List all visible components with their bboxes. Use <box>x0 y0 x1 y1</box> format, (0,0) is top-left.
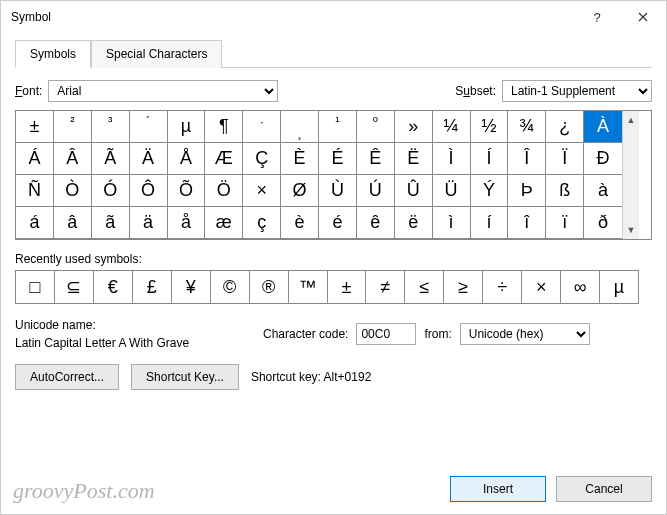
grid-scrollbar[interactable]: ▲ ▼ <box>622 111 639 239</box>
char-cell[interactable]: Ë <box>395 143 433 175</box>
symbol-dialog: Symbol ? Symbols Special Characters Font… <box>0 0 667 515</box>
char-cell[interactable]: à <box>584 175 622 207</box>
char-cell[interactable]: ¹ <box>319 111 357 143</box>
char-cell[interactable]: Ò <box>54 175 92 207</box>
recent-symbols-grid[interactable]: □⊆€£¥©®™±≠≤≥÷×∞µ <box>15 270 639 304</box>
char-cell[interactable]: é <box>319 207 357 239</box>
charcode-input[interactable] <box>356 323 416 345</box>
char-cell[interactable]: É <box>319 143 357 175</box>
recent-cell[interactable]: ÷ <box>483 271 522 303</box>
recent-cell[interactable]: £ <box>133 271 172 303</box>
char-cell[interactable]: ± <box>16 111 54 143</box>
char-cell[interactable]: ß <box>546 175 584 207</box>
char-cell[interactable]: À <box>584 111 622 143</box>
char-cell[interactable]: Ý <box>471 175 509 207</box>
recent-cell[interactable]: □ <box>16 271 55 303</box>
char-cell[interactable]: Â <box>54 143 92 175</box>
char-cell[interactable]: Ê <box>357 143 395 175</box>
char-cell[interactable]: » <box>395 111 433 143</box>
char-cell[interactable]: Î <box>508 143 546 175</box>
recent-cell[interactable]: × <box>522 271 561 303</box>
char-cell[interactable]: ç <box>243 207 281 239</box>
char-cell[interactable]: æ <box>205 207 243 239</box>
tab-special-characters[interactable]: Special Characters <box>91 40 222 68</box>
char-cell[interactable]: ð <box>584 207 622 239</box>
close-button[interactable] <box>620 2 666 32</box>
char-cell[interactable]: ¾ <box>508 111 546 143</box>
char-cell[interactable]: Ä <box>130 143 168 175</box>
char-cell[interactable]: ´ <box>130 111 168 143</box>
scroll-track[interactable] <box>623 129 639 221</box>
char-cell[interactable]: Ü <box>433 175 471 207</box>
char-cell[interactable]: ã <box>92 207 130 239</box>
recent-cell[interactable]: µ <box>600 271 638 303</box>
char-cell[interactable]: â <box>54 207 92 239</box>
char-cell[interactable]: Æ <box>205 143 243 175</box>
char-cell[interactable]: ¸ <box>281 111 319 143</box>
scroll-down-icon[interactable]: ▼ <box>623 221 639 239</box>
char-cell[interactable]: ï <box>546 207 584 239</box>
char-cell[interactable]: Ï <box>546 143 584 175</box>
char-cell[interactable]: Å <box>168 143 206 175</box>
char-cell[interactable]: È <box>281 143 319 175</box>
char-cell[interactable]: Í <box>471 143 509 175</box>
char-cell[interactable]: µ <box>168 111 206 143</box>
char-cell[interactable]: Ù <box>319 175 357 207</box>
char-cell[interactable]: Û <box>395 175 433 207</box>
char-cell[interactable]: á <box>16 207 54 239</box>
char-cell[interactable]: ä <box>130 207 168 239</box>
insert-button[interactable]: Insert <box>450 476 546 502</box>
char-cell[interactable]: Ú <box>357 175 395 207</box>
recent-cell[interactable]: ≤ <box>405 271 444 303</box>
char-cell[interactable]: Ã <box>92 143 130 175</box>
recent-cell[interactable]: © <box>211 271 250 303</box>
recent-cell[interactable]: ¥ <box>172 271 211 303</box>
scroll-up-icon[interactable]: ▲ <box>623 111 639 129</box>
recent-cell[interactable]: ≠ <box>366 271 405 303</box>
recent-cell[interactable]: ± <box>328 271 367 303</box>
char-cell[interactable]: ¿ <box>546 111 584 143</box>
char-cell[interactable]: Á <box>16 143 54 175</box>
char-cell[interactable]: Þ <box>508 175 546 207</box>
char-cell[interactable]: ì <box>433 207 471 239</box>
char-cell[interactable]: Ô <box>130 175 168 207</box>
char-cell[interactable]: î <box>508 207 546 239</box>
char-cell[interactable]: Ð <box>584 143 622 175</box>
char-cell[interactable]: Ç <box>243 143 281 175</box>
char-cell[interactable]: ¶ <box>205 111 243 143</box>
char-cell[interactable]: Ó <box>92 175 130 207</box>
char-cell[interactable]: Õ <box>168 175 206 207</box>
character-grid[interactable]: ±²³´µ¶·¸¹º»¼½¾¿ÀÁÂÃÄÅÆÇÈÉÊËÌÍÎÏÐÑÒÓÔÕÖ×Ø… <box>16 111 622 239</box>
shortcut-key-button[interactable]: Shortcut Key... <box>131 364 239 390</box>
char-cell[interactable]: × <box>243 175 281 207</box>
char-cell[interactable]: ² <box>54 111 92 143</box>
char-cell[interactable]: ¼ <box>433 111 471 143</box>
recent-cell[interactable]: ™ <box>289 271 328 303</box>
char-cell[interactable]: å <box>168 207 206 239</box>
char-cell[interactable]: è <box>281 207 319 239</box>
char-cell[interactable]: · <box>243 111 281 143</box>
char-cell[interactable]: Ö <box>205 175 243 207</box>
subset-select[interactable]: Latin-1 Supplement <box>502 80 652 102</box>
autocorrect-button[interactable]: AutoCorrect... <box>15 364 119 390</box>
font-select[interactable]: Arial <box>48 80 278 102</box>
tab-symbols-label: Symbols <box>30 47 76 61</box>
char-cell[interactable]: ½ <box>471 111 509 143</box>
char-cell[interactable]: í <box>471 207 509 239</box>
char-cell[interactable]: Ñ <box>16 175 54 207</box>
recent-cell[interactable]: ∞ <box>561 271 600 303</box>
tab-symbols[interactable]: Symbols <box>15 40 91 68</box>
recent-cell[interactable]: € <box>94 271 133 303</box>
char-cell[interactable]: Ì <box>433 143 471 175</box>
char-cell[interactable]: º <box>357 111 395 143</box>
help-button[interactable]: ? <box>574 2 620 32</box>
char-cell[interactable]: ³ <box>92 111 130 143</box>
recent-cell[interactable]: ® <box>250 271 289 303</box>
char-cell[interactable]: ë <box>395 207 433 239</box>
char-cell[interactable]: ê <box>357 207 395 239</box>
recent-cell[interactable]: ≥ <box>444 271 483 303</box>
recent-cell[interactable]: ⊆ <box>55 271 94 303</box>
from-select[interactable]: Unicode (hex) <box>460 323 590 345</box>
char-cell[interactable]: Ø <box>281 175 319 207</box>
cancel-button[interactable]: Cancel <box>556 476 652 502</box>
